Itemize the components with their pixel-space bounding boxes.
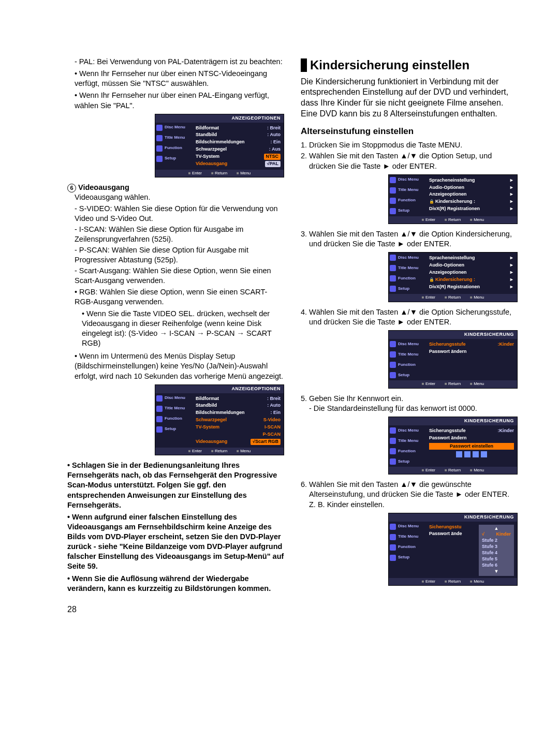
step-2: 2. Wählen Sie mit den Tasten ▲/▼ die Opt…	[301, 151, 518, 171]
lock-icon: Kindersicherung :	[429, 199, 475, 205]
step-6: 6. Wählen Sie mit den Tasten ▲/▼ die gew…	[301, 480, 518, 509]
warning-progressive: • Schlagen Sie in der Bedienungsanleitun…	[67, 461, 284, 510]
lock-icon: Kindersicherung :	[429, 277, 475, 283]
password-prompt: Passwort einstellen	[429, 443, 514, 450]
rgb-option: • RGB: Wählen Sie diese Option, wenn Sie…	[75, 287, 284, 307]
manual-page: - PAL: Bei Verwendung von PAL-Datenträge…	[0, 0, 559, 756]
osd-kindersicherung-1: KINDERSICHERUNG Disc Menu Title Menu Fun…	[388, 330, 518, 388]
osd-title: ANZEIGEOPTIONEN	[155, 385, 284, 393]
osd-kindersicherung-password: KINDERSICHERUNG Disc Menu Title Menu Fun…	[388, 417, 518, 475]
right-column: Kindersicherung einstellen Die Kindersic…	[301, 57, 518, 615]
step-4: 4. Wählen Sie mit den Tasten ▲/▼ die Opt…	[301, 307, 518, 327]
ntsc-note: • Wenn Ihr Fernseher nur über einen NTSC…	[75, 69, 284, 88]
heading-bar-icon	[301, 58, 307, 72]
section-title: Kindersicherung einstellen	[310, 57, 469, 73]
osd-title: ANZEIGEOPTIONEN	[155, 114, 284, 123]
section-intro: Die Kindersicherung funktioniert in Verb…	[301, 77, 518, 120]
step-number-icon: 6	[67, 184, 76, 192]
iscan-option: - I-SCAN: Wählen Sie diese Option für Au…	[75, 225, 284, 244]
pal-select-note: • Wenn Ihr Fernseher nur über einen PAL-…	[75, 91, 284, 110]
submenu-timeout-note: • Wenn im Untermenü des Menüs Display Se…	[75, 351, 284, 381]
warning-resolution: • Wenn Sie die Auflösung während der Wie…	[67, 574, 284, 594]
step-1: 1. Drücken Sie im Stoppmodus die Taste M…	[301, 140, 518, 150]
osd-kindersicherung-levels: KINDERSICHERUNG Disc Menu Title Menu Fun…	[388, 513, 518, 586]
step-3: 3. Wählen Sie mit den Tasten ▲/▼ die Opt…	[301, 229, 518, 249]
osd-anzeigeoptionen-1: ANZEIGEOPTIONEN Disc Menu Title Menu Fun…	[155, 114, 284, 178]
scart-option: - Scart-Ausgang: Wählen Sie diese Option…	[75, 266, 284, 286]
videoausgang-heading: 6Videoausgang	[67, 183, 284, 192]
up-down-icon: ▲/▼	[400, 152, 417, 160]
pscan-option: - P-SCAN: Wählen Sie diese Option für Au…	[75, 245, 284, 265]
warning-reset: • Wenn aufgrund einer falschen Einstellu…	[67, 512, 284, 572]
subsection-heading: Alterseinstufung einstellen	[301, 126, 518, 137]
up-down-icon: ▲/▼	[400, 308, 417, 316]
videoausgang-intro: Videoausgang wählen.	[75, 192, 284, 202]
up-down-icon: ▲/▼	[400, 230, 417, 238]
osd-sidebar: Disc Menu Title Menu Function Setup	[155, 123, 194, 170]
up-down-icon: ▲/▼	[400, 480, 417, 488]
two-column-layout: - PAL: Bei Verwendung von PAL-Datenträge…	[67, 57, 518, 615]
page-number: 28	[67, 604, 284, 615]
videosel-note: • Wenn Sie die Taste VIDEO SEL. drücken,…	[82, 309, 284, 349]
svideo-option: - S-VIDEO: Wählen Sie diese Option für d…	[75, 204, 284, 224]
password-fields	[429, 451, 514, 457]
osd-setup-menu-2: Disc Menu Title Menu Function Setup Spra…	[388, 252, 518, 302]
section-heading: Kindersicherung einstellen	[301, 57, 518, 73]
left-column: - PAL: Bei Verwendung von PAL-Datenträge…	[67, 57, 284, 615]
step-5: 5. Geben Sie Ihr Kennwort ein. - Die Sta…	[301, 394, 518, 413]
osd-setup-menu-1: Disc Menu Title Menu Function Setup Spra…	[388, 174, 518, 225]
osd-anzeigeoptionen-2: ANZEIGEOPTIONEN Disc Menu Title Menu Fun…	[155, 384, 284, 456]
pal-note: - PAL: Bei Verwendung von PAL-Datenträge…	[75, 57, 284, 67]
